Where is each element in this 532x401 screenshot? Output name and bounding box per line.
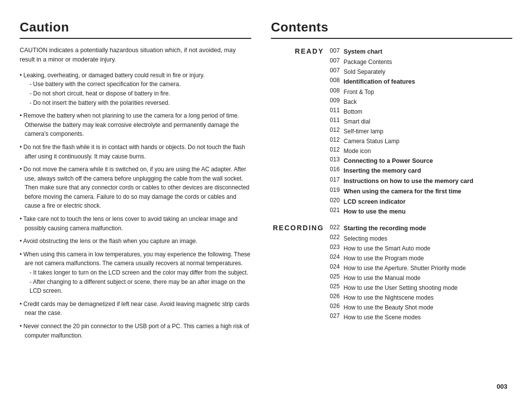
contents-section-label (271, 186, 326, 197)
entry-label: How to use the User Setting shooting mod… (342, 283, 512, 293)
table-row: 024How to use the Program mode (271, 253, 512, 263)
caution-sub-item: - Do not short circuit, heat or dispose … (25, 89, 251, 98)
page: Caution CAUTION indicates a potentially … (0, 0, 532, 401)
entry-page-num: 025 (326, 283, 342, 293)
contents-section-label (271, 67, 326, 77)
entry-page-num: 008 (326, 87, 342, 97)
entry-label: Back (342, 97, 512, 107)
entry-label: Package Contents (342, 57, 512, 67)
table-row: 023How to use the Smart Auto mode (271, 244, 512, 253)
table-row: 021How to use the menu (271, 207, 512, 217)
entry-page-num: 007 (326, 67, 342, 77)
contents-title: Contents (271, 20, 512, 35)
entry-page-num: 026 (326, 293, 342, 303)
contents-section-label (271, 97, 326, 107)
entry-label: How to use the Manual mode (342, 273, 512, 283)
caution-sub-item: - Use battery with the correct specifica… (25, 80, 251, 89)
contents-section-label (271, 117, 326, 126)
entry-label: How to use the menu (342, 207, 512, 217)
caution-list: Leaking, overheating, or damaged battery… (20, 71, 251, 344)
entry-page-num: 023 (326, 244, 342, 253)
entry-label: When using the camera for the first time (342, 186, 512, 197)
table-row: 019When using the camera for the first t… (271, 186, 512, 197)
page-number: 003 (497, 383, 507, 390)
entry-label: LCD screen indicator (342, 197, 512, 207)
entry-label: Instructions on how to use the memory ca… (342, 176, 512, 186)
entry-label: How to use the Smart Auto mode (342, 244, 512, 253)
caution-item: Credit cards may be demagnetized if left… (20, 300, 251, 318)
contents-section-label (271, 273, 326, 283)
table-row: 012Mode icon (271, 146, 512, 156)
caution-item: Leaking, overheating, or damaged battery… (20, 71, 251, 107)
entry-page-num: 022 (326, 217, 342, 234)
table-row: 025How to use the User Setting shooting … (271, 283, 512, 293)
entry-label: Smart dial (342, 117, 512, 126)
contents-section-label (271, 176, 326, 186)
contents-table: READY007System chart007Package Contents0… (271, 47, 512, 322)
caution-intro: CAUTION indicates a potentially hazardou… (20, 46, 251, 65)
entry-page-num: 019 (326, 186, 342, 197)
contents-section-label (271, 77, 326, 87)
contents-section-label (271, 293, 326, 303)
contents-section-label: RECORDING (271, 217, 326, 234)
contents-section-label (271, 126, 326, 136)
entry-page-num: 022 (326, 234, 342, 244)
contents-section-label (271, 107, 326, 117)
contents-divider (271, 38, 512, 39)
entry-label: How to use the Scene modes (342, 312, 512, 322)
entry-label: How to use the Program mode (342, 253, 512, 263)
caution-item: Avoid obstructing the lens or the flash … (20, 237, 251, 246)
caution-item: Do not move the camera while it is switc… (20, 165, 251, 211)
contents-section-label (271, 283, 326, 293)
page-footer: 003 (497, 383, 507, 390)
table-row: 012Self-timer lamp (271, 126, 512, 136)
contents-section-label (271, 263, 326, 273)
contents-section-label: READY (271, 47, 326, 57)
contents-section-label (271, 146, 326, 156)
caution-item: When using this camera in low temperatur… (20, 250, 251, 296)
entry-label: How to use the Aperture. Shutter Priorit… (342, 263, 512, 273)
table-row: 013Connecting to a Power Source (271, 156, 512, 166)
contents-section-label (271, 156, 326, 166)
contents-section-label (271, 312, 326, 322)
table-row: 025How to use the Manual mode (271, 273, 512, 283)
entry-page-num: 027 (326, 312, 342, 322)
contents-section-label (271, 166, 326, 176)
entry-page-num: 013 (326, 156, 342, 166)
caution-sub-item: - It takes longer to turn on the LCD scr… (25, 268, 251, 278)
entry-page-num: 007 (326, 47, 342, 57)
entry-label: Inserting the memory card (342, 166, 512, 176)
table-row: 007Package Contents (271, 57, 512, 67)
caution-section: Caution CAUTION indicates a potentially … (20, 20, 251, 386)
entry-label: How to use the Beauty Shot mode (342, 303, 512, 312)
caution-sub-item: - After changing to a different subject … (25, 278, 251, 296)
table-row: 022Selecting modes (271, 234, 512, 244)
entry-page-num: 021 (326, 207, 342, 217)
caution-sub-item: - Do not insert the battery with the pol… (25, 98, 251, 108)
table-row: 008Identification of features (271, 77, 512, 87)
table-row: 026How to use the Nightscene modes (271, 293, 512, 303)
entry-page-num: 025 (326, 273, 342, 283)
table-row: 017Instructions on how to use the memory… (271, 176, 512, 186)
entry-page-num: 012 (326, 126, 342, 136)
table-row: 009Back (271, 97, 512, 107)
contents-section-label (271, 303, 326, 312)
entry-page-num: 011 (326, 107, 342, 117)
table-row: RECORDING022Starting the recording mode (271, 217, 512, 234)
caution-item: Remove the battery when not planning to … (20, 111, 251, 139)
entry-page-num: 012 (326, 146, 342, 156)
entry-page-num: 012 (326, 136, 342, 146)
table-row: 011Smart dial (271, 117, 512, 126)
entry-page-num: 016 (326, 166, 342, 176)
entry-label: Connecting to a Power Source (342, 156, 512, 166)
table-row: READY007System chart (271, 47, 512, 57)
table-row: 008Front & Top (271, 87, 512, 97)
caution-title: Caution (20, 20, 251, 35)
caution-divider (20, 38, 251, 39)
entry-label: Sold Separately (342, 67, 512, 77)
entry-label: Identification of features (342, 77, 512, 87)
entry-label: Bottom (342, 107, 512, 117)
table-row: 007Sold Separately (271, 67, 512, 77)
table-row: 011Bottom (271, 107, 512, 117)
entry-page-num: 007 (326, 57, 342, 67)
